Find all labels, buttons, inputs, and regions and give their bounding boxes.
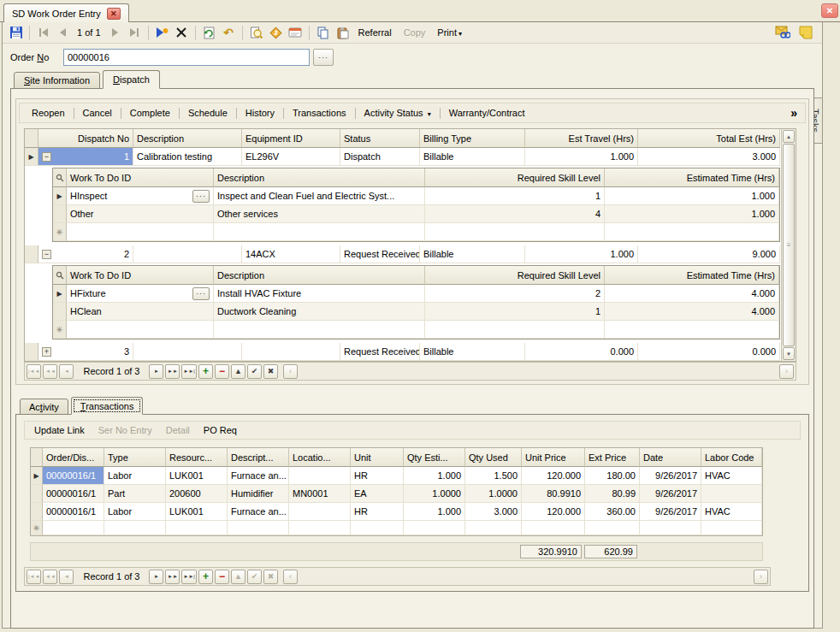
tab-activity[interactable]: Activity (20, 399, 68, 415)
nav-last-button[interactable]: ►►| (181, 364, 196, 379)
work-id-finder-button[interactable]: ··· (192, 287, 210, 300)
status-cell[interactable]: Request Received (340, 343, 420, 361)
mail-search-icon[interactable] (773, 24, 791, 41)
order-cell[interactable]: 00000016/1 (43, 467, 104, 485)
scroll-down-icon[interactable]: ▼ (783, 347, 795, 360)
billing-cell[interactable]: Billable (420, 245, 525, 263)
last-record-icon[interactable] (126, 24, 144, 41)
paste-icon[interactable] (334, 24, 352, 41)
print-preview-icon[interactable] (247, 24, 265, 41)
dispatch-row-2[interactable]: −2 14ACX Request Received Billable 1.000… (25, 245, 781, 263)
work-desc-cell[interactable]: Install HVAC Fixture (214, 285, 425, 303)
expand-icon[interactable]: + (42, 347, 51, 357)
type-cell[interactable]: Labor (104, 503, 166, 521)
activity-status-button[interactable]: Activity Status ▾ (357, 106, 439, 120)
tab-close-icon[interactable]: ✕ (107, 8, 121, 20)
billing-cell[interactable]: Billable (420, 148, 525, 166)
skill-cell[interactable]: 2 (425, 285, 605, 303)
labor-code-cell[interactable] (701, 485, 762, 503)
complete-button[interactable]: Complete (122, 106, 178, 120)
work-id-cell[interactable]: Other (67, 205, 214, 223)
nav-cancel-button[interactable]: ✖ (263, 364, 278, 379)
status-cell[interactable]: Request Received (340, 245, 420, 263)
dispatch-no-cell[interactable]: +3 (38, 343, 133, 361)
labor-code-cell[interactable]: HVAC (701, 503, 762, 521)
unit-cell[interactable]: HR (351, 503, 404, 521)
billing-cell[interactable]: Billable (420, 343, 525, 361)
work-id-finder-button[interactable]: ··· (192, 190, 210, 203)
unit-price-cell[interactable]: 80.9910 (522, 485, 585, 503)
nav-last-button[interactable]: ►►| (181, 570, 196, 584)
note-icon[interactable] (796, 24, 814, 41)
hscroll-left-button[interactable]: ‹ (283, 364, 298, 379)
nav-forward-button[interactable]: ►► (165, 570, 180, 584)
copy-icon[interactable] (314, 24, 332, 41)
resource-cell[interactable]: 200600 (166, 485, 228, 503)
type-cell[interactable]: Labor (104, 467, 166, 485)
nav-delete-button[interactable]: − (215, 364, 229, 379)
print-dropdown-icon[interactable]: ▾ (458, 30, 462, 38)
nav-cancel-button[interactable]: ✖ (263, 570, 278, 584)
work-row[interactable]: ▶ HFixture··· Install HVAC Fixture 2 4.0… (53, 285, 779, 303)
type-cell[interactable]: Part (104, 485, 166, 503)
work-id-cell[interactable]: HFixture··· (67, 285, 214, 303)
description-cell[interactable]: Calibration testing (133, 148, 242, 166)
description-cell[interactable] (133, 245, 242, 263)
skill-cell[interactable]: 4 (425, 205, 605, 223)
work-new-row[interactable]: ✳ (53, 321, 779, 339)
qty-est-cell[interactable]: 1.0000 (404, 485, 465, 503)
work-desc-cell[interactable]: Inspect and Clean Fuel and Electric Syst… (214, 187, 425, 205)
nav-first-button[interactable]: |◄◄ (27, 570, 41, 584)
tab-dispatch[interactable]: Dispatch (103, 70, 160, 89)
tab-transactions[interactable]: Transactions (71, 397, 144, 415)
date-cell[interactable]: 9/26/2017 (640, 503, 701, 521)
undo-icon[interactable]: ↶ (220, 24, 238, 41)
work-id-cell[interactable]: HClean (67, 303, 214, 321)
time-cell[interactable]: 4.000 (605, 285, 779, 303)
collapse-icon[interactable]: − (42, 250, 51, 259)
nav-next-button[interactable]: ► (149, 364, 163, 379)
po-req-button[interactable]: PO Req (204, 425, 237, 435)
nav-prev-button[interactable]: ◄ (59, 570, 74, 584)
nav-accept-button[interactable]: ✔ (247, 570, 262, 584)
transaction-row-1[interactable]: ▶ 00000016/1 Labor LUK001 Furnace an... … (31, 467, 762, 485)
location-cell[interactable]: MN0001 (289, 485, 351, 503)
resource-cell[interactable]: LUK001 (166, 467, 228, 485)
date-cell[interactable]: 9/26/2017 (640, 467, 701, 485)
detail-button[interactable]: Detail (166, 425, 190, 435)
work-row[interactable]: ▶ HInspect··· Inspect and Clean Fuel and… (53, 187, 779, 205)
tx-desc-cell[interactable]: Humidifier (228, 485, 289, 503)
total-est-cell[interactable]: 3.000 (638, 148, 780, 166)
skill-cell[interactable]: 1 (425, 187, 605, 205)
drilldown-icon[interactable] (267, 24, 285, 41)
time-cell[interactable]: 4.000 (605, 303, 779, 321)
save-icon[interactable] (7, 24, 25, 41)
description-cell[interactable] (133, 343, 242, 361)
copy-button[interactable]: Copy (399, 27, 431, 38)
labor-code-cell[interactable]: HVAC (701, 467, 762, 485)
equipment-cell[interactable] (242, 343, 340, 361)
first-record-icon[interactable] (34, 24, 52, 41)
document-tab-work-order-entry[interactable]: SD Work Order Entry ✕ (3, 3, 129, 23)
order-no-finder-button[interactable]: ··· (313, 49, 334, 66)
transactions-button[interactable]: Transactions (285, 106, 354, 120)
total-est-cell[interactable]: 0.000 (638, 343, 780, 361)
work-row[interactable]: Other Other services 4 1.000 (53, 205, 779, 223)
previous-record-icon[interactable] (54, 24, 72, 41)
nav-rewind-button[interactable]: ◄◄ (43, 570, 57, 584)
qty-used-cell[interactable]: 3.000 (465, 503, 522, 521)
total-est-cell[interactable]: 9.000 (638, 245, 780, 263)
transaction-new-row[interactable]: ✳ (31, 521, 762, 535)
nav-prev-button[interactable]: ◄ (59, 364, 74, 379)
order-cell[interactable]: 00000016/1 (43, 485, 104, 503)
work-desc-cell[interactable]: Other services (214, 205, 425, 223)
nav-rewind-button[interactable]: ◄◄ (43, 364, 57, 379)
work-row[interactable]: HClean Ductwork Cleaning 1 4.000 (53, 303, 779, 321)
delete-icon[interactable] (173, 24, 191, 41)
nav-up-button[interactable]: ▲ (231, 570, 245, 584)
date-cell[interactable]: 9/26/2017 (640, 485, 701, 503)
qty-est-cell[interactable]: 1.000 (404, 467, 465, 485)
time-cell[interactable]: 1.000 (605, 205, 779, 223)
equipment-cell[interactable]: EL296V (242, 148, 340, 166)
update-link-button[interactable]: Update Link (34, 425, 85, 435)
